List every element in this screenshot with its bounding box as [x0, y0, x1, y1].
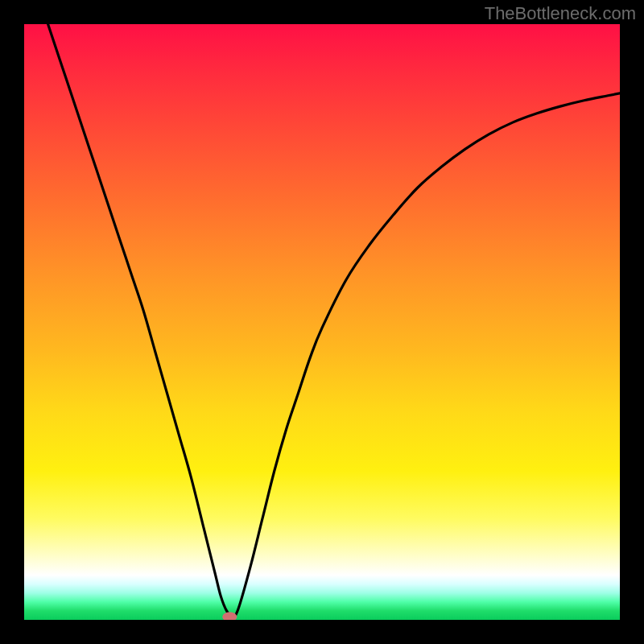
bottleneck-curve — [48, 24, 620, 617]
watermark-text: TheBottleneck.com — [485, 3, 636, 24]
curve-layer — [24, 24, 620, 620]
optimal-marker — [222, 612, 237, 620]
plot-area — [24, 24, 620, 620]
chart-frame: TheBottleneck.com — [0, 0, 644, 644]
